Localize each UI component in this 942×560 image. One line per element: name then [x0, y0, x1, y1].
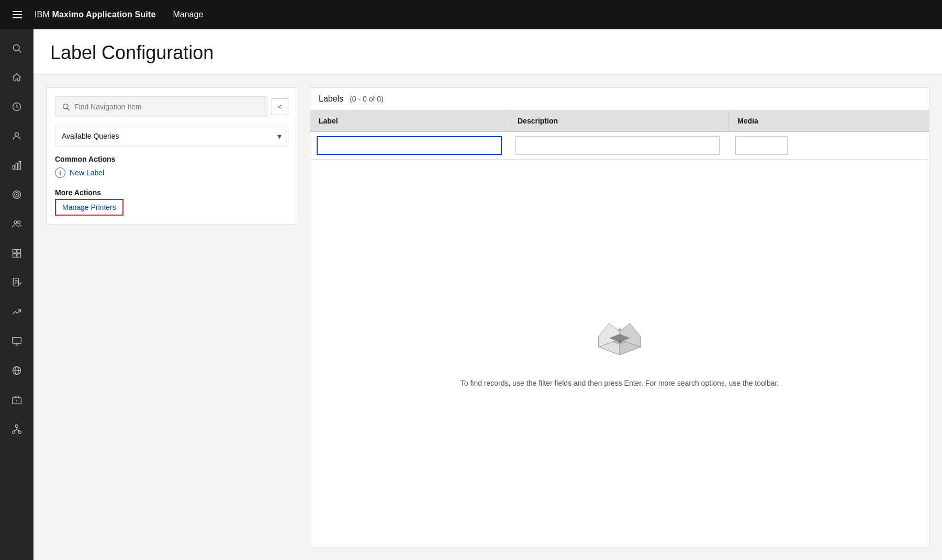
sidebar-item-history[interactable] — [0, 92, 33, 121]
more-actions-section: More Actions Manage Printers — [55, 188, 288, 216]
sidebar-item-people[interactable] — [0, 209, 33, 239]
filter-cell-description — [509, 132, 729, 159]
sidebar-item-briefcase[interactable] — [0, 385, 33, 415]
svg-rect-12 — [13, 250, 17, 253]
left-panel: < Available Queries ▾ Common Actions + N… — [46, 87, 297, 225]
col-header-label: Label — [310, 110, 509, 131]
navigation-search-input[interactable] — [74, 103, 261, 111]
svg-rect-20 — [13, 338, 21, 344]
queries-dropdown[interactable]: Available Queries ▾ — [55, 126, 288, 147]
search-row: < — [55, 96, 288, 117]
svg-point-11 — [18, 221, 20, 223]
queries-label: Available Queries — [62, 132, 119, 140]
empty-state-text: To find records, use the filter fields a… — [461, 378, 779, 389]
table-filter-row — [310, 132, 929, 160]
main-layout: Label Configuration < Avai — [0, 29, 942, 560]
svg-rect-4 — [13, 165, 15, 170]
empty-box-illustration — [593, 318, 646, 365]
svg-line-35 — [68, 108, 70, 110]
svg-point-28 — [16, 425, 18, 428]
hamburger-menu-button[interactable] — [8, 7, 26, 23]
collapse-panel-button[interactable]: < — [272, 98, 288, 115]
app-suite-title: IBM Maximo Application Suite — [35, 10, 155, 19]
table-header: Label Description Media — [310, 110, 929, 132]
app-name: Manage — [173, 10, 203, 19]
page-title: Label Configuration — [50, 42, 925, 64]
col-header-media: Media — [729, 110, 929, 131]
new-label-text: New Label — [70, 169, 104, 177]
search-icon — [62, 103, 70, 111]
new-label-button[interactable]: + New Label — [55, 165, 288, 180]
svg-line-33 — [17, 430, 20, 431]
empty-state: To find records, use the filter fields a… — [310, 160, 929, 547]
queries-chevron-icon: ▾ — [277, 131, 282, 141]
svg-point-3 — [15, 132, 19, 136]
sidebar-item-desktop[interactable] — [0, 327, 33, 356]
title-divider — [164, 8, 164, 21]
sidebar-item-report[interactable] — [0, 268, 33, 297]
col-header-description: Description — [509, 110, 729, 131]
labels-title: Labels — [319, 94, 343, 104]
common-actions-section: Common Actions + New Label — [55, 155, 288, 180]
sidebar-item-globe[interactable] — [0, 356, 33, 385]
svg-point-30 — [18, 431, 21, 433]
manage-printers-button[interactable]: Manage Printers — [55, 199, 124, 216]
svg-point-9 — [16, 194, 18, 196]
search-bar — [55, 96, 267, 117]
svg-rect-13 — [17, 250, 21, 253]
svg-rect-15 — [17, 254, 21, 257]
sidebar-item-trend[interactable] — [0, 297, 33, 327]
filter-input-media[interactable] — [735, 136, 788, 155]
svg-point-29 — [13, 431, 15, 433]
top-bar: IBM Maximo Application Suite Manage — [0, 0, 942, 29]
page-header: Label Configuration — [33, 29, 942, 75]
sidebar-item-user[interactable] — [0, 121, 33, 151]
svg-rect-5 — [16, 163, 17, 170]
svg-line-1 — [19, 50, 21, 53]
plus-icon: + — [55, 167, 65, 178]
svg-line-32 — [14, 430, 17, 431]
labels-count: (0 - 0 of 0) — [350, 95, 384, 103]
sidebar-item-search[interactable] — [0, 33, 33, 63]
filter-cell-media — [729, 132, 794, 159]
sidebar-item-home[interactable] — [0, 63, 33, 92]
sidebar-item-chart[interactable] — [0, 151, 33, 180]
svg-rect-14 — [13, 254, 17, 257]
more-actions-title: More Actions — [55, 188, 288, 197]
svg-point-10 — [14, 221, 17, 223]
common-actions-title: Common Actions — [55, 155, 288, 163]
right-panel: Labels (0 - 0 of 0) Label Description Me… — [310, 87, 929, 547]
page-body: < Available Queries ▾ Common Actions + N… — [33, 75, 942, 560]
content-area: Label Configuration < Avai — [33, 29, 942, 560]
filter-input-description[interactable] — [515, 136, 720, 155]
svg-point-0 — [13, 44, 19, 51]
labels-header: Labels (0 - 0 of 0) — [310, 88, 929, 110]
sidebar-item-network[interactable] — [0, 415, 33, 444]
sidebar-item-data[interactable] — [0, 239, 33, 268]
icon-sidebar — [0, 29, 33, 560]
svg-rect-6 — [19, 162, 20, 170]
filter-cell-label — [310, 132, 509, 159]
filter-input-label[interactable] — [317, 136, 502, 155]
sidebar-item-target[interactable] — [0, 180, 33, 209]
